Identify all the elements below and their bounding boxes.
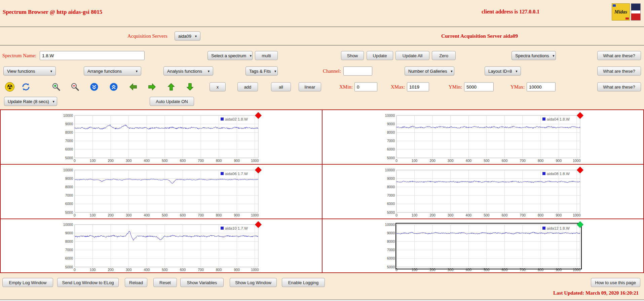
arrow-up-icon[interactable]	[166, 82, 176, 92]
update-button[interactable]: Update	[367, 51, 393, 60]
ymin-input[interactable]	[464, 82, 494, 92]
y-tick-label: 10000	[385, 113, 395, 118]
ymin-label: YMin:	[449, 84, 462, 90]
update-all-button[interactable]: Update All	[395, 51, 429, 60]
ymax-input[interactable]	[527, 82, 556, 92]
status-diamond-red[interactable]	[255, 167, 262, 173]
what-are-these-button-2[interactable]: What are these?	[597, 67, 641, 76]
layout-id-value: Layout ID=8	[488, 69, 512, 74]
x-tick-label: 800	[538, 159, 544, 162]
x-tick-label: 100	[412, 159, 418, 162]
collapse-icon[interactable]	[89, 82, 99, 92]
radiation-icon[interactable]: ☢	[5, 82, 15, 92]
legend-square-icon	[221, 118, 224, 121]
spectra-functions-select[interactable]: Spectra functions ▼	[512, 51, 556, 60]
view-functions-select[interactable]: View functions ▼	[3, 67, 56, 76]
status-diamond-red[interactable]	[255, 112, 262, 119]
x-tick-label: 700	[198, 213, 204, 217]
status-diamond-green[interactable]	[577, 222, 583, 228]
x-tick-label: 800	[216, 159, 222, 162]
x-tick-label: 900	[556, 268, 562, 271]
y-tick-label: 7000	[65, 139, 73, 143]
update-rate-select[interactable]: Update Rate (8 secs) ▼	[4, 97, 57, 106]
legend-square-icon	[221, 172, 224, 175]
chevron-down-icon: ▼	[207, 69, 210, 73]
y-tick-label: 5000	[65, 156, 73, 160]
empty-log-window-button[interactable]: Empty Log Window	[2, 278, 53, 287]
arrow-right-icon[interactable]	[147, 82, 157, 92]
select-a-spectrum-select[interactable]: Select a spectrum ▼	[207, 51, 253, 60]
enable-logging-button[interactable]: Enable Logging	[282, 278, 325, 287]
legend-label: aida06 1.7.W	[225, 172, 248, 176]
number-of-galleries-select[interactable]: Number of Galleries ▼	[405, 67, 454, 76]
legend-label: aida04 1.8.W	[547, 117, 570, 121]
channel-label: Channel:	[323, 68, 341, 74]
range-row: ☢	[0, 81, 644, 93]
analysis-functions-select[interactable]: Analysis functions ▼	[163, 67, 213, 76]
x-tick-label: 700	[198, 159, 204, 162]
chevron-down-icon: ▼	[450, 69, 453, 73]
x-tick-label: 300	[126, 213, 132, 217]
show-button[interactable]: Show	[341, 51, 364, 60]
expand-icon[interactable]	[109, 82, 119, 92]
xmin-label: XMin:	[339, 84, 353, 90]
status-diamond-red[interactable]	[577, 112, 583, 119]
x-tick-label: 400	[466, 213, 472, 217]
spectrum-panel-aida10[interactable]: 5000600070008000900010000010020030040050…	[0, 219, 322, 273]
x-tick-label: 0	[395, 159, 397, 162]
reset-button[interactable]: Reset	[153, 278, 177, 287]
status-diamond-red[interactable]	[577, 167, 583, 173]
analysis-functions-value: Analysis functions	[167, 69, 202, 74]
y-tick-label: 7000	[65, 248, 73, 252]
arrange-functions-select[interactable]: Arrange functions ▼	[84, 67, 141, 76]
spectrum-panel-aida12[interactable]: 5000600070008000900010000010020030040050…	[322, 219, 644, 273]
what-are-these-button-3[interactable]: What are these?	[597, 82, 641, 92]
acquisition-server-select[interactable]: aida09 ▼	[175, 32, 200, 41]
status-diamond-red[interactable]	[255, 222, 262, 228]
linear-button[interactable]: linear	[299, 82, 321, 92]
zero-button[interactable]: Zero	[432, 51, 456, 60]
y-tick-label: 9000	[387, 176, 395, 180]
spectrum-panel-aida04[interactable]: 5000600070008000900010000010020030040050…	[322, 110, 644, 164]
acquisition-servers-label: Acquisition Servers	[127, 33, 167, 39]
auto-update-button[interactable]: Auto Update ON	[150, 97, 194, 106]
xmin-input[interactable]	[354, 82, 377, 92]
show-variables-button[interactable]: Show Variables	[180, 278, 224, 287]
y-tick-label: 5000	[387, 265, 395, 269]
all-button[interactable]: all	[271, 82, 291, 92]
zoom-in-icon[interactable]	[51, 82, 61, 92]
select-a-spectrum-value: Select a spectrum	[211, 53, 246, 58]
zoom-out-icon[interactable]	[70, 82, 80, 92]
facility-logo-icon	[631, 3, 641, 21]
multi-button[interactable]: multi	[255, 51, 278, 60]
arrow-left-icon[interactable]	[128, 82, 138, 92]
how-to-use-button[interactable]: How to use this page	[591, 278, 640, 287]
tags-fits-select[interactable]: Tags & Fits ▼	[245, 67, 278, 76]
show-log-window-button[interactable]: Show Log Window	[230, 278, 277, 287]
logo-stripe	[631, 13, 640, 20]
spectrum-panel-aida02[interactable]: 5000600070008000900010000010020030040050…	[0, 110, 322, 164]
legend-label: aida10 1.7.W	[225, 226, 248, 230]
x-tick-label: 100	[90, 159, 96, 162]
x-tick-label: 400	[144, 268, 150, 271]
layout-id-select[interactable]: Layout ID=8 ▼	[485, 67, 521, 76]
x-button[interactable]: x	[210, 82, 226, 92]
chevron-down-icon: ▼	[249, 54, 252, 57]
reload-button[interactable]: Reload	[125, 278, 147, 287]
arrow-down-icon[interactable]	[185, 82, 195, 92]
spectrum-name-input[interactable]	[40, 51, 145, 60]
spectrum-panel-aida06[interactable]: 5000600070008000900010000010020030040050…	[0, 164, 322, 219]
y-tick-label: 6000	[65, 202, 73, 206]
what-are-these-button-1[interactable]: What are these?	[597, 51, 641, 60]
x-tick-label: 400	[144, 213, 150, 217]
legend-label: aida08 1.8.W	[547, 172, 570, 176]
send-log-window-button[interactable]: Send Log Window to ELog	[57, 278, 119, 287]
channel-input[interactable]	[343, 67, 372, 76]
divider	[0, 45, 644, 45]
x-tick-label: 1000	[573, 213, 581, 217]
refresh-icon[interactable]	[21, 82, 31, 92]
spectrum-panel-aida08[interactable]: 5000600070008000900010000010020030040050…	[322, 164, 644, 219]
xmax-input[interactable]	[407, 82, 429, 92]
y-tick-label: 9000	[387, 231, 395, 235]
add-button[interactable]: add	[237, 82, 258, 92]
